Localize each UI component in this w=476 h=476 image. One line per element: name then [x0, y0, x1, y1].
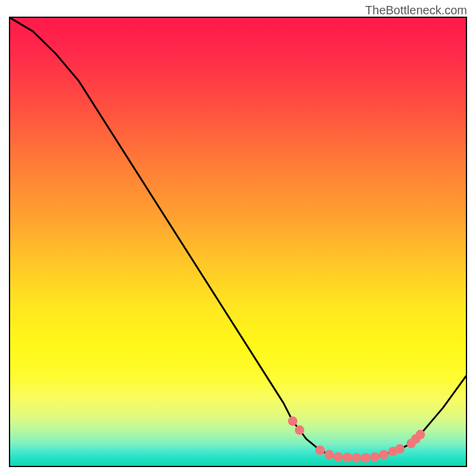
svg-point-5 — [343, 453, 352, 462]
svg-point-3 — [324, 450, 334, 459]
watermark-text: TheBottleneck.com — [365, 4, 467, 17]
curve-line — [10, 18, 466, 458]
chart-container: TheBottleneck.com — [0, 0, 476, 476]
svg-point-11 — [395, 444, 405, 453]
svg-point-0 — [288, 416, 298, 426]
marker-dots — [288, 416, 425, 463]
svg-point-14 — [415, 430, 425, 439]
svg-point-7 — [361, 453, 371, 462]
svg-point-6 — [352, 453, 361, 462]
svg-point-4 — [334, 452, 343, 462]
svg-point-8 — [370, 452, 380, 462]
svg-point-9 — [379, 450, 389, 459]
chart-svg — [10, 18, 466, 466]
svg-point-1 — [295, 425, 304, 435]
plot-area — [9, 17, 467, 467]
svg-point-2 — [315, 446, 325, 455]
